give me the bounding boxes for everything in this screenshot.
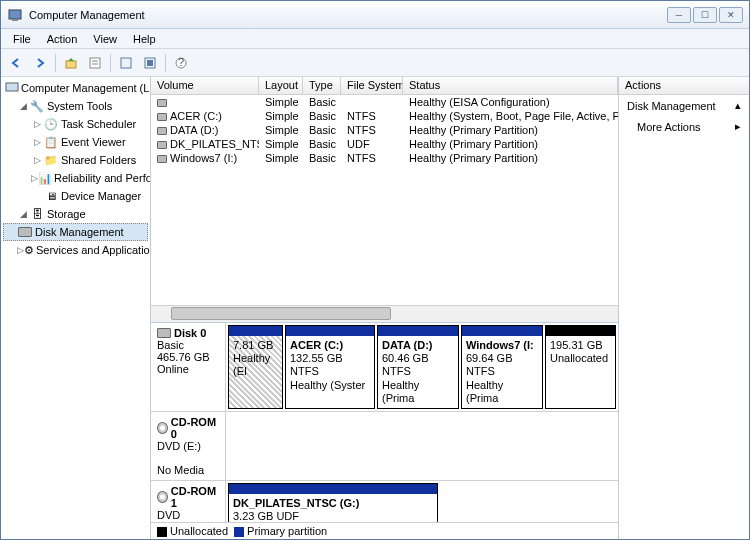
help-button[interactable]: ? <box>170 52 192 74</box>
storage-icon: 🗄 <box>29 206 45 222</box>
cd-icon <box>157 491 168 503</box>
tree-storage[interactable]: ◢🗄Storage <box>3 205 148 223</box>
collapse-icon: ▴ <box>735 99 741 112</box>
properties-button[interactable] <box>84 52 106 74</box>
collapse-icon[interactable]: ◢ <box>17 101 29 111</box>
menu-view[interactable]: View <box>85 31 125 47</box>
tree-services[interactable]: ▷⚙Services and Applications <box>3 241 148 259</box>
toolbar: ? <box>1 49 749 77</box>
tree-shared-folders[interactable]: ▷📁Shared Folders <box>3 151 148 169</box>
refresh-button[interactable] <box>115 52 137 74</box>
svg-text:?: ? <box>178 56 184 68</box>
device-icon: 🖥 <box>43 188 59 204</box>
cd-icon <box>157 422 168 434</box>
cdrom-1-row[interactable]: CD-ROM 1 DVD 3.23 GB Online DK_PILATES_N… <box>151 481 618 522</box>
close-button[interactable]: ✕ <box>719 7 743 23</box>
titlebar[interactable]: Computer Management ─ ☐ ✕ <box>1 1 749 29</box>
disk-icon <box>157 328 171 338</box>
partition-eisa[interactable]: 7.81 GBHealthy (EI <box>228 325 283 409</box>
center-pane: Volume Layout Type File System Status Si… <box>151 77 619 539</box>
actions-more[interactable]: More Actions▸ <box>619 116 749 137</box>
forward-button[interactable] <box>29 52 51 74</box>
volume-row[interactable]: SimpleBasicHealthy (EISA Configuration) <box>151 95 618 109</box>
minimize-button[interactable]: ─ <box>667 7 691 23</box>
volume-row[interactable]: DATA (D:)SimpleBasicNTFSHealthy (Primary… <box>151 123 618 137</box>
tree-disk-management[interactable]: Disk Management <box>3 223 148 241</box>
scrollbar-thumb[interactable] <box>171 307 391 320</box>
actions-disk-management[interactable]: Disk Management▴ <box>619 95 749 116</box>
cdrom-1-label[interactable]: CD-ROM 1 DVD 3.23 GB Online <box>151 481 226 522</box>
menu-file[interactable]: File <box>5 31 39 47</box>
expand-icon[interactable]: ▷ <box>17 245 24 255</box>
col-type[interactable]: Type <box>303 77 341 94</box>
tree-event-viewer[interactable]: ▷📋Event Viewer <box>3 133 148 151</box>
tree-device-manager[interactable]: 🖥Device Manager <box>3 187 148 205</box>
legend-unallocated-swatch <box>157 527 167 537</box>
col-volume[interactable]: Volume <box>151 77 259 94</box>
partition-unallocated[interactable]: 195.31 GBUnallocated <box>545 325 616 409</box>
col-status[interactable]: Status <box>403 77 618 94</box>
window-title: Computer Management <box>29 9 667 21</box>
chart-icon: 📊 <box>38 170 52 186</box>
tree-reliability[interactable]: ▷📊Reliability and Performa <box>3 169 148 187</box>
computer-icon <box>5 80 19 96</box>
svg-rect-0 <box>9 10 21 19</box>
app-icon <box>7 7 23 23</box>
svg-rect-11 <box>6 83 18 91</box>
partition-data-d[interactable]: DATA (D:)60.46 GB NTFSHealthy (Prima <box>377 325 459 409</box>
view-button[interactable] <box>139 52 161 74</box>
expand-icon[interactable]: ▷ <box>31 119 43 129</box>
clock-icon: 🕒 <box>43 116 59 132</box>
actions-header: Actions <box>619 77 749 95</box>
back-button[interactable] <box>5 52 27 74</box>
partition-windows7-i[interactable]: Windows7 (I:69.64 GB NTFSHealthy (Prima <box>461 325 543 409</box>
volume-scrollbar[interactable] <box>151 305 618 322</box>
event-icon: 📋 <box>43 134 59 150</box>
tree-root[interactable]: Computer Management (Local <box>3 79 148 97</box>
tree-system-tools[interactable]: ◢🔧System Tools <box>3 97 148 115</box>
disk-0-row[interactable]: Disk 0 Basic 465.76 GB Online 7.81 GBHea… <box>151 323 618 412</box>
nav-tree[interactable]: Computer Management (Local ◢🔧System Tool… <box>1 77 151 539</box>
collapse-icon[interactable]: ◢ <box>17 209 29 219</box>
legend-primary-swatch <box>234 527 244 537</box>
services-icon: ⚙ <box>24 242 34 258</box>
col-layout[interactable]: Layout <box>259 77 303 94</box>
cdrom-0-row[interactable]: CD-ROM 0 DVD (E:) No Media <box>151 412 618 481</box>
svg-rect-2 <box>66 61 76 68</box>
svg-rect-6 <box>121 58 131 68</box>
menu-action[interactable]: Action <box>39 31 86 47</box>
actions-pane: Actions Disk Management▴ More Actions▸ <box>619 77 749 539</box>
disk-0-label[interactable]: Disk 0 Basic 465.76 GB Online <box>151 323 226 411</box>
partition-acer-c[interactable]: ACER (C:)132.55 GB NTFSHealthy (Syster <box>285 325 375 409</box>
volume-list-header[interactable]: Volume Layout Type File System Status <box>151 77 618 95</box>
expand-icon[interactable]: ▷ <box>31 155 43 165</box>
svg-rect-8 <box>147 60 153 66</box>
col-filesystem[interactable]: File System <box>341 77 403 94</box>
disk-graphical-view[interactable]: Disk 0 Basic 465.76 GB Online 7.81 GBHea… <box>151 322 618 522</box>
partition-dk-pilates[interactable]: DK_PILATES_NTSC (G:)3.23 GB UDFHealthy (… <box>228 483 438 522</box>
cdrom-0-label[interactable]: CD-ROM 0 DVD (E:) No Media <box>151 412 226 480</box>
volume-row[interactable]: Windows7 (I:)SimpleBasicNTFSHealthy (Pri… <box>151 151 618 165</box>
up-button[interactable] <box>60 52 82 74</box>
legend: Unallocated Primary partition <box>151 522 618 539</box>
volume-list[interactable]: SimpleBasicHealthy (EISA Configuration)A… <box>151 95 618 305</box>
volume-row[interactable]: DK_PILATES_NTSC (G:)SimpleBasicUDFHealth… <box>151 137 618 151</box>
expand-icon[interactable]: ▷ <box>31 173 38 183</box>
menu-help[interactable]: Help <box>125 31 164 47</box>
menubar: File Action View Help <box>1 29 749 49</box>
folder-icon: 📁 <box>43 152 59 168</box>
svg-rect-1 <box>12 19 18 21</box>
computer-management-window: Computer Management ─ ☐ ✕ File Action Vi… <box>0 0 750 540</box>
disk-icon <box>17 224 33 240</box>
expand-icon[interactable]: ▷ <box>31 137 43 147</box>
tools-icon: 🔧 <box>29 98 45 114</box>
volume-row[interactable]: ACER (C:)SimpleBasicNTFSHealthy (System,… <box>151 109 618 123</box>
svg-rect-3 <box>90 58 100 68</box>
tree-task-scheduler[interactable]: ▷🕒Task Scheduler <box>3 115 148 133</box>
chevron-right-icon: ▸ <box>735 120 741 133</box>
maximize-button[interactable]: ☐ <box>693 7 717 23</box>
